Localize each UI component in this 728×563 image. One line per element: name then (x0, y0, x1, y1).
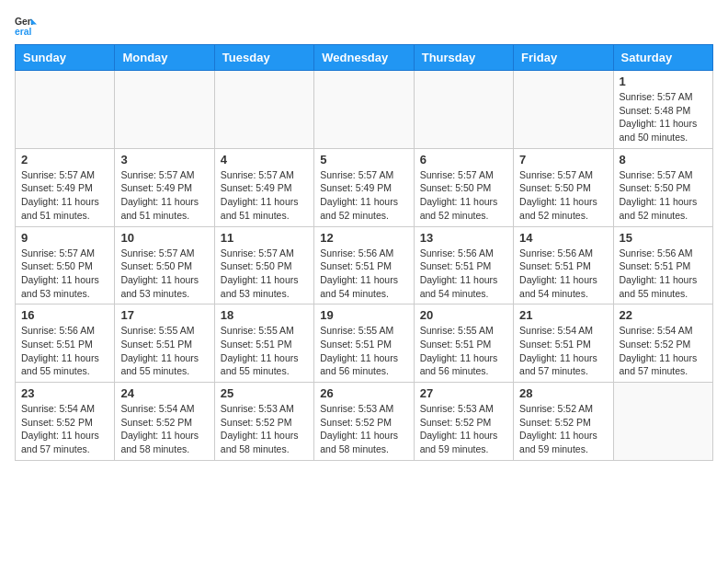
calendar-day-cell: 17Sunrise: 5:55 AM Sunset: 5:51 PM Dayli… (115, 304, 214, 383)
day-info: Sunrise: 5:57 AM Sunset: 5:50 PM Dayligh… (221, 247, 308, 301)
page-header: Gen eral (15, 15, 713, 37)
calendar-day-cell (115, 71, 214, 149)
weekday-header: Tuesday (214, 45, 313, 71)
calendar-day-cell: 23Sunrise: 5:54 AM Sunset: 5:52 PM Dayli… (16, 383, 115, 461)
calendar-day-cell: 4Sunrise: 5:57 AM Sunset: 5:49 PM Daylig… (214, 148, 313, 226)
calendar-week-row: 1Sunrise: 5:57 AM Sunset: 5:48 PM Daylig… (16, 71, 713, 149)
day-info: Sunrise: 5:57 AM Sunset: 5:50 PM Dayligh… (420, 168, 507, 223)
day-info: Sunrise: 5:57 AM Sunset: 5:50 PM Dayligh… (519, 168, 607, 223)
day-info: Sunrise: 5:53 AM Sunset: 5:52 PM Dayligh… (420, 402, 507, 456)
day-info: Sunrise: 5:57 AM Sunset: 5:48 PM Dayligh… (620, 90, 707, 144)
day-info: Sunrise: 5:54 AM Sunset: 5:52 PM Dayligh… (21, 402, 108, 456)
day-number: 25 (221, 386, 308, 400)
logo: Gen eral (15, 15, 40, 37)
day-number: 13 (420, 231, 507, 245)
logo-icon: Gen eral (15, 15, 37, 37)
day-info: Sunrise: 5:55 AM Sunset: 5:51 PM Dayligh… (120, 324, 208, 378)
calendar-day-cell (214, 71, 313, 149)
day-info: Sunrise: 5:53 AM Sunset: 5:52 PM Dayligh… (221, 402, 308, 456)
calendar-day-cell: 12Sunrise: 5:56 AM Sunset: 5:51 PM Dayli… (314, 226, 414, 304)
calendar-week-row: 16Sunrise: 5:56 AM Sunset: 5:51 PM Dayli… (16, 304, 713, 383)
svg-text:Gen: Gen (15, 17, 33, 27)
weekday-header: Wednesday (314, 45, 414, 71)
day-info: Sunrise: 5:52 AM Sunset: 5:52 PM Dayligh… (519, 402, 607, 456)
day-info: Sunrise: 5:55 AM Sunset: 5:51 PM Dayligh… (221, 324, 308, 378)
day-number: 24 (120, 386, 208, 400)
day-info: Sunrise: 5:56 AM Sunset: 5:51 PM Dayligh… (320, 247, 407, 301)
calendar-day-cell: 27Sunrise: 5:53 AM Sunset: 5:52 PM Dayli… (414, 383, 513, 461)
day-info: Sunrise: 5:56 AM Sunset: 5:51 PM Dayligh… (420, 247, 507, 301)
day-info: Sunrise: 5:53 AM Sunset: 5:52 PM Dayligh… (320, 402, 407, 456)
day-info: Sunrise: 5:57 AM Sunset: 5:49 PM Dayligh… (320, 168, 407, 223)
day-number: 17 (120, 308, 208, 322)
calendar-table: SundayMondayTuesdayWednesdayThursdayFrid… (15, 44, 713, 461)
calendar-day-cell: 5Sunrise: 5:57 AM Sunset: 5:49 PM Daylig… (314, 148, 414, 226)
day-info: Sunrise: 5:57 AM Sunset: 5:49 PM Dayligh… (120, 168, 208, 223)
day-number: 27 (420, 386, 507, 400)
calendar-header-row: SundayMondayTuesdayWednesdayThursdayFrid… (16, 45, 713, 71)
day-number: 16 (21, 308, 108, 322)
weekday-header: Thursday (414, 45, 513, 71)
day-number: 21 (519, 308, 607, 322)
calendar-day-cell: 16Sunrise: 5:56 AM Sunset: 5:51 PM Dayli… (16, 304, 115, 383)
day-number: 28 (519, 386, 607, 400)
day-info: Sunrise: 5:55 AM Sunset: 5:51 PM Dayligh… (420, 324, 507, 378)
calendar-day-cell: 15Sunrise: 5:56 AM Sunset: 5:51 PM Dayli… (613, 226, 712, 304)
day-number: 23 (21, 386, 108, 400)
calendar-week-row: 23Sunrise: 5:54 AM Sunset: 5:52 PM Dayli… (16, 383, 713, 461)
weekday-header: Sunday (16, 45, 115, 71)
day-number: 10 (120, 231, 208, 245)
day-info: Sunrise: 5:57 AM Sunset: 5:50 PM Dayligh… (120, 247, 208, 301)
day-number: 4 (221, 153, 308, 167)
weekday-header: Monday (115, 45, 214, 71)
day-number: 6 (420, 153, 507, 167)
calendar-week-row: 9Sunrise: 5:57 AM Sunset: 5:50 PM Daylig… (16, 226, 713, 304)
day-number: 2 (21, 153, 108, 167)
weekday-header: Saturday (613, 45, 712, 71)
day-info: Sunrise: 5:54 AM Sunset: 5:52 PM Dayligh… (620, 324, 707, 378)
calendar-day-cell: 6Sunrise: 5:57 AM Sunset: 5:50 PM Daylig… (414, 148, 513, 226)
svg-text:eral: eral (15, 27, 32, 37)
day-number: 12 (320, 231, 407, 245)
day-info: Sunrise: 5:56 AM Sunset: 5:51 PM Dayligh… (519, 247, 607, 301)
day-info: Sunrise: 5:54 AM Sunset: 5:51 PM Dayligh… (519, 324, 607, 378)
calendar-day-cell: 28Sunrise: 5:52 AM Sunset: 5:52 PM Dayli… (514, 383, 613, 461)
day-info: Sunrise: 5:56 AM Sunset: 5:51 PM Dayligh… (620, 247, 707, 301)
svg-marker-2 (31, 18, 37, 24)
calendar-day-cell: 24Sunrise: 5:54 AM Sunset: 5:52 PM Dayli… (115, 383, 214, 461)
day-number: 19 (320, 308, 407, 322)
day-info: Sunrise: 5:54 AM Sunset: 5:52 PM Dayligh… (120, 402, 208, 456)
calendar-day-cell: 26Sunrise: 5:53 AM Sunset: 5:52 PM Dayli… (314, 383, 414, 461)
calendar-day-cell (16, 71, 115, 149)
calendar-day-cell: 18Sunrise: 5:55 AM Sunset: 5:51 PM Dayli… (214, 304, 313, 383)
calendar-day-cell: 10Sunrise: 5:57 AM Sunset: 5:50 PM Dayli… (115, 226, 214, 304)
calendar-day-cell (613, 383, 712, 461)
calendar-day-cell: 3Sunrise: 5:57 AM Sunset: 5:49 PM Daylig… (115, 148, 214, 226)
day-info: Sunrise: 5:55 AM Sunset: 5:51 PM Dayligh… (320, 324, 407, 378)
calendar-day-cell: 19Sunrise: 5:55 AM Sunset: 5:51 PM Dayli… (314, 304, 414, 383)
calendar-week-row: 2Sunrise: 5:57 AM Sunset: 5:49 PM Daylig… (16, 148, 713, 226)
calendar-day-cell: 25Sunrise: 5:53 AM Sunset: 5:52 PM Dayli… (214, 383, 313, 461)
day-number: 1 (620, 75, 707, 88)
calendar-day-cell: 7Sunrise: 5:57 AM Sunset: 5:50 PM Daylig… (514, 148, 613, 226)
day-number: 8 (620, 153, 707, 167)
day-number: 11 (221, 231, 308, 245)
calendar-day-cell: 22Sunrise: 5:54 AM Sunset: 5:52 PM Dayli… (613, 304, 712, 383)
day-info: Sunrise: 5:57 AM Sunset: 5:49 PM Dayligh… (21, 168, 108, 223)
calendar-day-cell (414, 71, 513, 149)
calendar-day-cell: 1Sunrise: 5:57 AM Sunset: 5:48 PM Daylig… (613, 71, 712, 149)
day-number: 9 (21, 231, 108, 245)
calendar-day-cell: 14Sunrise: 5:56 AM Sunset: 5:51 PM Dayli… (514, 226, 613, 304)
calendar-day-cell: 9Sunrise: 5:57 AM Sunset: 5:50 PM Daylig… (16, 226, 115, 304)
calendar-day-cell: 13Sunrise: 5:56 AM Sunset: 5:51 PM Dayli… (414, 226, 513, 304)
calendar-day-cell (314, 71, 414, 149)
day-number: 3 (120, 153, 208, 167)
day-info: Sunrise: 5:56 AM Sunset: 5:51 PM Dayligh… (21, 324, 108, 378)
weekday-header: Friday (514, 45, 613, 71)
day-info: Sunrise: 5:57 AM Sunset: 5:50 PM Dayligh… (21, 247, 108, 301)
calendar-day-cell: 8Sunrise: 5:57 AM Sunset: 5:50 PM Daylig… (613, 148, 712, 226)
day-info: Sunrise: 5:57 AM Sunset: 5:49 PM Dayligh… (221, 168, 308, 223)
calendar-day-cell: 21Sunrise: 5:54 AM Sunset: 5:51 PM Dayli… (514, 304, 613, 383)
day-number: 26 (320, 386, 407, 400)
calendar-day-cell: 2Sunrise: 5:57 AM Sunset: 5:49 PM Daylig… (16, 148, 115, 226)
